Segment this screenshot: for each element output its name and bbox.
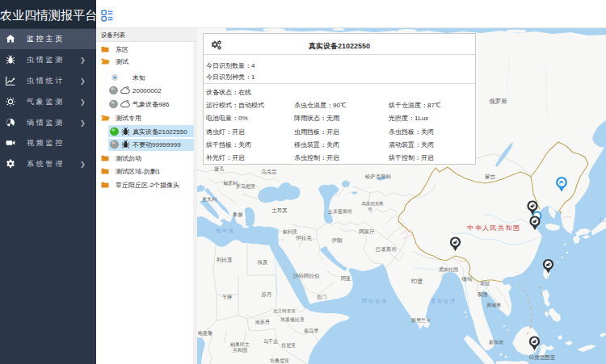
- svg-text:意大利: 意大利: [201, 196, 217, 203]
- svg-text:柬埔寨: 柬埔寨: [486, 302, 501, 308]
- svg-text:沙特阿拉伯: 沙特阿拉伯: [293, 273, 320, 279]
- svg-text:坦: 坦: [367, 207, 372, 211]
- svg-text:罗马尼亚: 罗马尼亚: [236, 183, 255, 189]
- svg-text:也门: 也门: [317, 294, 326, 299]
- svg-text:土库曼斯坦: 土库曼斯坦: [327, 208, 352, 215]
- svg-text:乌干达: 乌干达: [263, 338, 278, 345]
- svg-text:泰国: 泰国: [478, 291, 488, 298]
- svg-text:坦桑尼亚: 坦桑尼亚: [269, 358, 289, 363]
- svg-text:哈萨克斯坦: 哈萨克斯坦: [365, 174, 392, 180]
- svg-text:伊拉克: 伊拉克: [296, 235, 312, 241]
- svg-text:索马里: 索马里: [304, 328, 319, 333]
- svg-text:印度尼西亚: 印度尼西亚: [529, 354, 556, 361]
- svg-text:孟加拉国: 孟加拉国: [439, 267, 458, 273]
- svg-text:缅甸: 缅甸: [462, 276, 473, 282]
- svg-text:乌克兰: 乌克兰: [261, 169, 277, 175]
- svg-text:俄罗斯: 俄罗斯: [489, 98, 507, 105]
- svg-text:地中海: 地中海: [216, 228, 235, 233]
- svg-text:利比亚: 利比亚: [216, 257, 233, 262]
- svg-text:厄立特里亚: 厄立特里亚: [273, 308, 296, 314]
- svg-text:乍得: 乍得: [222, 294, 232, 300]
- svg-text:孟加拉湾: 孟加拉湾: [431, 298, 457, 304]
- svg-text:捷克: 捷克: [214, 165, 224, 172]
- svg-text:斯里兰卡: 斯里兰卡: [411, 317, 431, 323]
- svg-text:新加坡: 新加坡: [489, 339, 503, 345]
- svg-text:喀麦隆: 喀麦隆: [198, 330, 213, 337]
- svg-text:匈牙利: 匈牙利: [223, 181, 238, 186]
- svg-text:希腊: 希腊: [233, 212, 242, 217]
- svg-text:印度: 印度: [411, 278, 423, 285]
- svg-text:肯尼亚: 肯尼亚: [281, 342, 296, 348]
- svg-text:日本海: 日本海: [600, 218, 606, 224]
- svg-text:巴基斯坦: 巴基斯坦: [376, 246, 398, 252]
- svg-text:伊朗: 伊朗: [332, 237, 343, 244]
- svg-text:刚果民主: 刚果民主: [230, 341, 250, 348]
- svg-text:乌兹别克斯: 乌兹别克斯: [361, 201, 384, 207]
- svg-text:蒙古: 蒙古: [485, 174, 496, 180]
- svg-text:南苏丹: 南苏丹: [255, 319, 270, 324]
- svg-text:阿富汗: 阿富汗: [359, 228, 375, 235]
- svg-text:叙利亚: 叙利亚: [283, 228, 297, 235]
- svg-text:共和国: 共和国: [233, 347, 247, 354]
- svg-text:老挝: 老挝: [480, 281, 490, 287]
- svg-text:中华人民共和国: 中华人民共和国: [467, 224, 521, 232]
- svg-text:埃塞俄比亚: 埃塞俄比亚: [280, 316, 305, 323]
- svg-text:阿拉伯海: 阿拉伯海: [362, 299, 388, 304]
- svg-text:阿曼: 阿曼: [341, 276, 351, 282]
- svg-text:埃及: 埃及: [257, 259, 269, 265]
- svg-text:苏丹: 苏丹: [261, 291, 273, 298]
- svg-text:土耳其: 土耳其: [271, 207, 288, 214]
